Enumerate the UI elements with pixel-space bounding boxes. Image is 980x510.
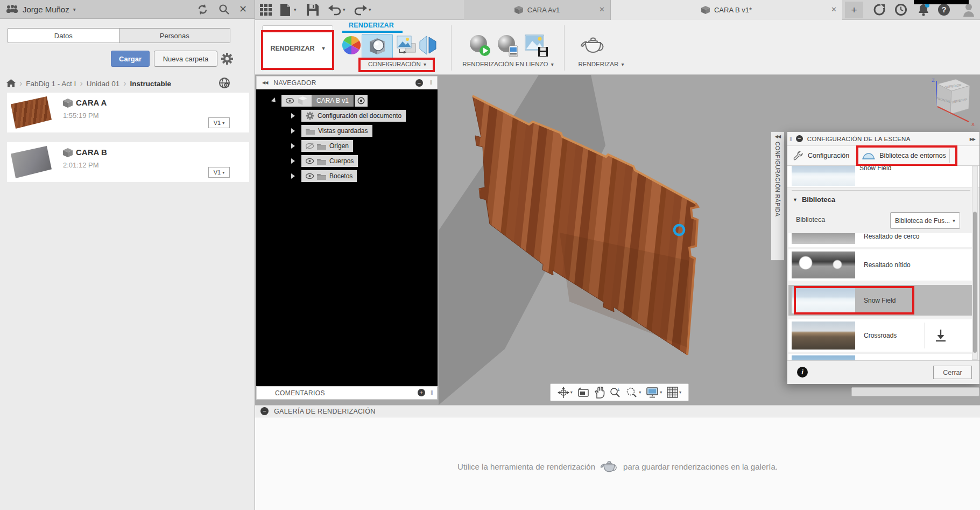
- collapse-section-icon[interactable]: −: [796, 135, 803, 142]
- undo-caret-icon[interactable]: ▾: [343, 7, 346, 12]
- new-folder-button[interactable]: Nueva carpeta: [154, 51, 217, 67]
- comments-panel-header[interactable]: COMENTARIOS + ‖: [256, 386, 438, 400]
- visibility-eye-icon[interactable]: [286, 98, 294, 103]
- tree-row-sketches[interactable]: Bocetos: [291, 170, 357, 182]
- panel-handle-icon[interactable]: ‖: [431, 389, 433, 396]
- collapsed-arrow-icon[interactable]: [291, 158, 295, 164]
- new-tab-button[interactable]: +: [845, 2, 863, 18]
- expand-arrow-icon[interactable]: [271, 97, 277, 104]
- library-section-header[interactable]: ▼ Biblioteca: [793, 195, 835, 204]
- scene-settings-button[interactable]: [362, 34, 393, 59]
- redo-caret-icon[interactable]: ▾: [369, 7, 371, 12]
- tab-personas[interactable]: Personas: [119, 28, 231, 43]
- document-tab-cara-b[interactable]: CARA B v1* ✕: [611, 0, 842, 20]
- tree-row-origin[interactable]: Origen: [291, 140, 353, 152]
- tree-row-bodies[interactable]: Cuerpos: [291, 155, 358, 167]
- caret-down-icon[interactable]: ▾: [679, 390, 681, 395]
- close-tab-icon[interactable]: ✕: [831, 5, 837, 13]
- group-label-in-canvas[interactable]: RENDERIZACIÓN EN LIENZO ▾: [451, 61, 565, 67]
- scene-panel-scrollbar[interactable]: [972, 166, 978, 360]
- upload-button[interactable]: Cargar: [111, 51, 150, 67]
- environment-row-resaltado-de-cerco[interactable]: Resaltado de cerco: [788, 233, 972, 247]
- tree-item-label[interactable]: Vistas guardadas: [318, 127, 368, 135]
- file-menu-caret-icon[interactable]: ▾: [294, 7, 297, 12]
- history-clock-icon[interactable]: [894, 3, 907, 16]
- fit-tool[interactable]: ▾: [626, 387, 641, 399]
- download-icon[interactable]: [935, 329, 947, 342]
- panel-handle-icon[interactable]: ‖: [430, 79, 433, 86]
- help-icon[interactable]: ?: [937, 3, 950, 16]
- appearance-icon[interactable]: [341, 35, 362, 55]
- zoom-tool[interactable]: ±: [609, 387, 621, 399]
- tree-item-label[interactable]: Bocetos: [329, 172, 352, 180]
- orbit-tool[interactable]: ▾: [558, 387, 573, 399]
- notifications-bell-icon[interactable]: [916, 3, 930, 17]
- file-card-cara-b[interactable]: CARA B 2:01:12 PM V1▾: [7, 142, 249, 182]
- document-tab-cara-a[interactable]: CARA Av1 ✕: [464, 0, 611, 20]
- capture-image-icon[interactable]: [524, 34, 549, 58]
- close-panel-icon[interactable]: ✕: [239, 3, 247, 15]
- collapsed-arrow-icon[interactable]: [291, 113, 295, 118]
- user-menu-caret-icon[interactable]: ▾: [73, 6, 76, 12]
- undo-icon[interactable]: [328, 4, 341, 16]
- collapsed-arrow-icon[interactable]: [291, 128, 295, 134]
- current-environment-row[interactable]: Snow Field: [787, 166, 979, 188]
- environment-row-partial[interactable]: [788, 354, 972, 360]
- tree-item-label[interactable]: Configuración del documento: [318, 112, 401, 120]
- file-name[interactable]: CARA A: [76, 98, 107, 107]
- horizontal-scrollbar[interactable]: [851, 387, 979, 396]
- tree-item-label[interactable]: Origen: [329, 142, 349, 150]
- gear-icon[interactable]: [221, 52, 234, 65]
- library-dropdown[interactable]: Biblioteca de Fus... ▾: [890, 212, 960, 229]
- breadcrumb-item-project[interactable]: FabDig 1 - Act I: [26, 80, 76, 88]
- search-icon[interactable]: [218, 4, 230, 15]
- user-name[interactable]: Jorge Muñoz: [23, 5, 69, 14]
- activate-document-icon[interactable]: [357, 97, 365, 104]
- file-name[interactable]: CARA B: [76, 148, 107, 157]
- file-menu-icon[interactable]: [280, 4, 291, 16]
- in-canvas-render-icon[interactable]: [468, 34, 492, 58]
- quick-settings-tab[interactable]: ◀◀ CONFIGURACIÓN RÁPIDA: [771, 131, 784, 261]
- caret-down-icon[interactable]: ▾: [570, 390, 573, 395]
- app-grid-icon[interactable]: [260, 4, 272, 16]
- tab-configuracion[interactable]: Configuración: [793, 150, 849, 161]
- info-icon[interactable]: i: [797, 367, 808, 378]
- file-card-cara-a[interactable]: CARA A 1:55:19 PM V1▾: [7, 93, 249, 132]
- globe-icon[interactable]: [218, 77, 230, 89]
- tree-row-root[interactable]: CARA B v1: [272, 95, 368, 107]
- visibility-eye-icon[interactable]: [306, 173, 314, 179]
- tree-row-document-settings[interactable]: Configuración del documento: [291, 110, 406, 122]
- render-gallery-header[interactable]: − GALERÍA DE RENDERIZACIÓN: [255, 405, 980, 417]
- caret-down-icon[interactable]: ▾: [660, 390, 662, 395]
- breadcrumb-item-current[interactable]: Instructable: [130, 80, 172, 88]
- tree-item-label[interactable]: Cuerpos: [329, 157, 354, 165]
- grid-layout-tool[interactable]: ▾: [667, 387, 681, 398]
- group-label-render[interactable]: RENDERIZAR ▾: [569, 61, 633, 67]
- decal-icon[interactable]: [396, 35, 419, 57]
- profile-avatar-icon[interactable]: [962, 3, 975, 17]
- environment-row-snow-field[interactable]: Snow Field: [788, 285, 972, 316]
- look-at-tool[interactable]: [577, 387, 589, 398]
- tree-row-saved-views[interactable]: Vistas guardadas: [291, 125, 372, 137]
- navigator-header[interactable]: ◀◀ NAVEGADOR − ‖: [256, 76, 438, 89]
- collapse-icon[interactable]: ◀◀: [771, 134, 784, 139]
- visibility-eye-icon[interactable]: [306, 158, 314, 164]
- scene-panel-header[interactable]: ‖ − CONFIGURACIÓN DE LA ESCENA ▶▶: [787, 132, 979, 146]
- collapsed-arrow-icon[interactable]: [291, 173, 295, 179]
- refresh-icon[interactable]: [197, 4, 208, 15]
- caret-down-icon[interactable]: ▾: [639, 390, 641, 395]
- collapse-section-icon[interactable]: −: [260, 407, 269, 415]
- version-dropdown[interactable]: V1▾: [208, 117, 230, 128]
- job-status-icon[interactable]: [873, 3, 886, 16]
- environment-row-crossroads[interactable]: Crossroads: [788, 319, 972, 352]
- redo-icon[interactable]: [354, 4, 367, 16]
- collapse-section-icon[interactable]: −: [415, 79, 423, 87]
- visibility-off-eye-icon[interactable]: [306, 143, 314, 149]
- environment-row-resaltado-nitido[interactable]: Resaltado nítido: [788, 249, 972, 281]
- expand-section-icon[interactable]: +: [418, 389, 425, 396]
- scrollbar-thumb[interactable]: [973, 212, 977, 353]
- save-icon[interactable]: [307, 4, 319, 16]
- expand-icon[interactable]: ▶▶: [970, 137, 975, 142]
- texture-map-icon[interactable]: [419, 35, 437, 55]
- collapse-icon[interactable]: ◀◀: [262, 80, 267, 85]
